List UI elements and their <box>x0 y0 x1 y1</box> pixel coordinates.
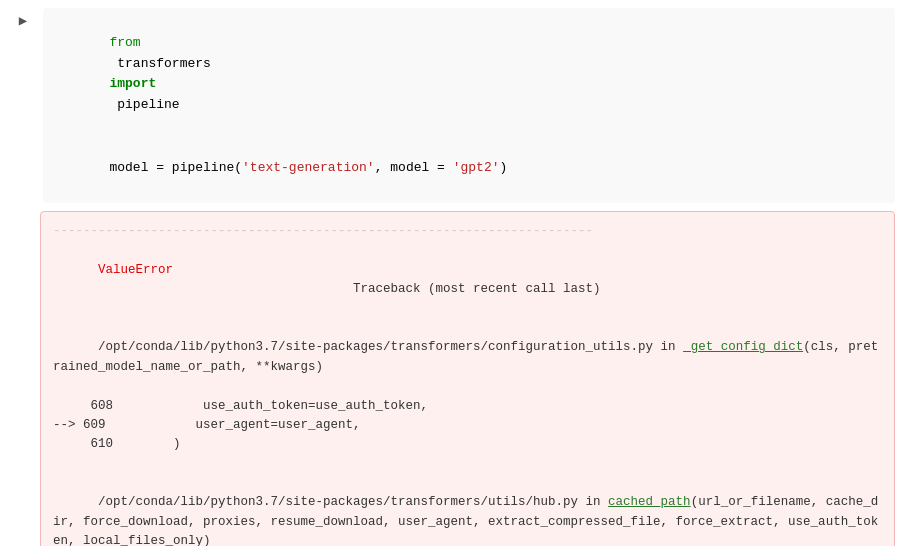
code-content: from transformers import pipeline model … <box>43 8 895 203</box>
module-name: transformers <box>109 56 218 71</box>
error-header-line: ValueError Traceback (most recent call l… <box>53 242 882 320</box>
code-line-2: model = pipeline('text-generation', mode… <box>47 137 887 199</box>
path2-line: /opt/conda/lib/python3.7/site-packages/t… <box>53 474 882 546</box>
close-paren: ) <box>500 160 508 175</box>
path2-text: /opt/conda/lib/python3.7/site-packages/t… <box>98 495 608 509</box>
separator-line: ----------------------------------------… <box>53 222 882 241</box>
path1-text: /opt/conda/lib/python3.7/site-packages/t… <box>98 340 683 354</box>
comma-model: , model = <box>375 160 453 175</box>
line608: 608 use_auth_token=use_auth_token, <box>53 397 882 416</box>
notebook: ▶ from transformers import pipeline mode… <box>0 0 905 546</box>
import-name: pipeline <box>109 97 179 112</box>
arrow609: --> 609 user_agent=user_agent, <box>53 418 361 432</box>
run-icon: ▶ <box>19 12 27 29</box>
code-cell: ▶ from transformers import pipeline mode… <box>0 0 905 211</box>
error-type-label: ValueError <box>98 263 173 277</box>
error-output: ----------------------------------------… <box>40 211 895 546</box>
code-line-1: from transformers import pipeline <box>47 12 887 137</box>
blank-1 <box>53 455 882 474</box>
traceback-label-1: Traceback (most recent call last) <box>98 282 601 296</box>
str-gpt2: 'gpt2' <box>453 160 500 175</box>
var-model: model = pipeline( <box>109 160 242 175</box>
run-button[interactable]: ▶ <box>3 8 43 29</box>
line609: --> 609 user_agent=user_agent, <box>53 416 882 435</box>
kw-from: from <box>109 35 140 50</box>
path1-line: /opt/conda/lib/python3.7/site-packages/t… <box>53 319 882 397</box>
func2-link: cached_path <box>608 495 691 509</box>
func1-link: _get_config_dict <box>683 340 803 354</box>
kw-import: import <box>109 76 156 91</box>
line610: 610 ) <box>53 435 882 454</box>
str-text-gen: 'text-generation' <box>242 160 375 175</box>
